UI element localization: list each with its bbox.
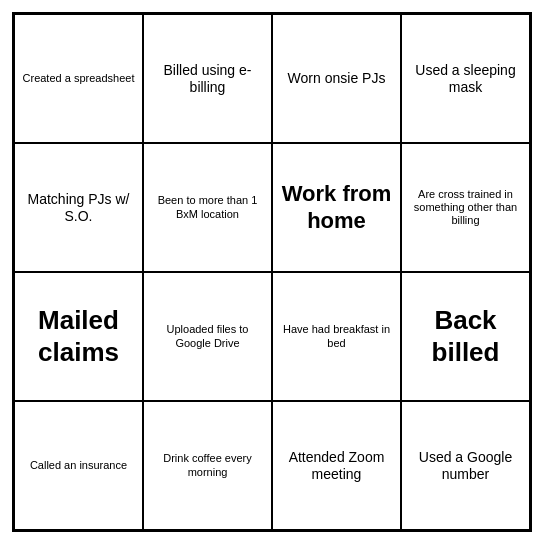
cell-r0c3[interactable]: Used a sleeping mask: [401, 14, 530, 143]
cell-text-r3c3: Used a Google number: [408, 449, 523, 483]
cell-text-r2c2: Have had breakfast in bed: [279, 323, 394, 349]
cell-r1c2[interactable]: Work from home: [272, 143, 401, 272]
cell-text-r1c2: Work from home: [279, 181, 394, 234]
cell-r0c2[interactable]: Worn onsie PJs: [272, 14, 401, 143]
cell-r0c0[interactable]: Created a spreadsheet: [14, 14, 143, 143]
cell-text-r1c1: Been to more than 1 BxM location: [150, 194, 265, 220]
cell-text-r2c0: Mailed claims: [21, 305, 136, 367]
cell-r2c0[interactable]: Mailed claims: [14, 272, 143, 401]
cell-r3c3[interactable]: Used a Google number: [401, 401, 530, 530]
cell-r2c2[interactable]: Have had breakfast in bed: [272, 272, 401, 401]
cell-text-r1c3: Are cross trained in something other tha…: [408, 188, 523, 228]
cell-text-r0c2: Worn onsie PJs: [288, 70, 386, 87]
cell-text-r3c0: Called an insurance: [30, 459, 127, 472]
cell-text-r2c3: Back billed: [408, 305, 523, 367]
cell-r1c3[interactable]: Are cross trained in something other tha…: [401, 143, 530, 272]
cell-text-r0c1: Billed using e-billing: [150, 62, 265, 96]
cell-r0c1[interactable]: Billed using e-billing: [143, 14, 272, 143]
cell-text-r0c0: Created a spreadsheet: [23, 72, 135, 85]
cell-r3c1[interactable]: Drink coffee every morning: [143, 401, 272, 530]
cell-r2c1[interactable]: Uploaded files to Google Drive: [143, 272, 272, 401]
cell-r3c2[interactable]: Attended Zoom meeting: [272, 401, 401, 530]
cell-r3c0[interactable]: Called an insurance: [14, 401, 143, 530]
cell-text-r0c3: Used a sleeping mask: [408, 62, 523, 96]
cell-r2c3[interactable]: Back billed: [401, 272, 530, 401]
cell-text-r2c1: Uploaded files to Google Drive: [150, 323, 265, 349]
cell-text-r3c2: Attended Zoom meeting: [279, 449, 394, 483]
cell-text-r1c0: Matching PJs w/ S.O.: [21, 191, 136, 225]
cell-text-r3c1: Drink coffee every morning: [150, 452, 265, 478]
bingo-board: Created a spreadsheetBilled using e-bill…: [12, 12, 532, 532]
cell-r1c1[interactable]: Been to more than 1 BxM location: [143, 143, 272, 272]
cell-r1c0[interactable]: Matching PJs w/ S.O.: [14, 143, 143, 272]
